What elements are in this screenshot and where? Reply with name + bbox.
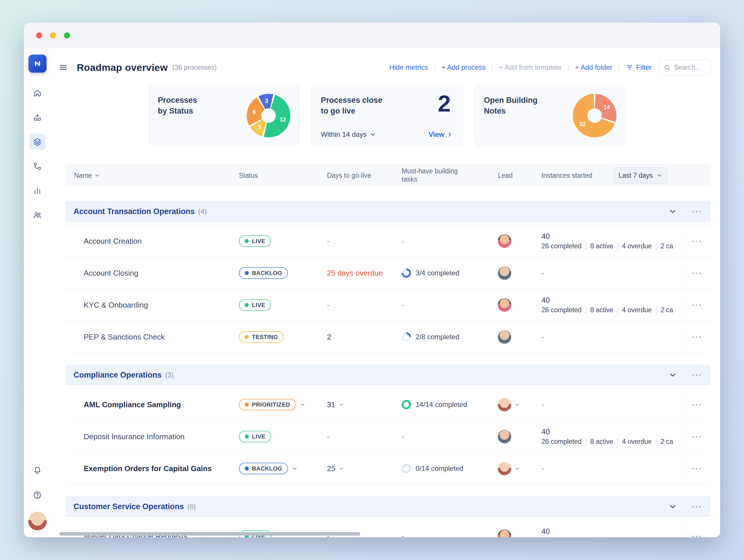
header-actions: Hide metrics | + Add process | + Add fro… [389,59,711,75]
lead-avatar[interactable] [498,234,511,248]
lead-avatar[interactable] [498,430,511,443]
group-menu-button[interactable]: ⋯ [691,501,702,512]
status-badge[interactable]: BACKLOG [239,463,288,474]
row-menu-button[interactable]: ⋯ [691,463,702,474]
filter-icon [626,64,633,71]
lead-avatar[interactable] [498,462,511,475]
view-link[interactable]: View [429,130,453,138]
instances-range-dropdown[interactable]: Last 7 days [613,167,668,184]
app-logo[interactable] [29,54,46,73]
column-days-to-golive[interactable]: Days to go-live [327,172,402,179]
row-menu-button[interactable]: ⋯ [691,236,702,246]
row-menu-button[interactable]: ⋯ [691,399,702,410]
process-name[interactable]: Deposit Insurance Information [65,432,239,441]
status-badge[interactable]: LIVE [239,431,271,442]
actions-cell: ⋯ [682,389,711,421]
workflow-icon [33,162,42,171]
column-lead[interactable]: Lead [498,172,542,179]
collapse-group-icon[interactable] [668,502,677,511]
menu-toggle-button[interactable] [59,63,68,72]
metric-card-processes-by-status[interactable]: Processes by Status 31236 [148,85,300,146]
lead-cell [498,462,542,475]
row-menu-button[interactable]: ⋯ [691,300,702,310]
lead-avatar[interactable] [498,529,511,537]
lead-avatar[interactable] [498,398,511,411]
process-row[interactable]: PEP & Sanctions Check TESTING 2 2/8 comp… [65,321,711,353]
column-building-tasks[interactable]: Must-have building tasks [402,167,498,183]
lead-cell [498,398,542,411]
notifications-button[interactable] [29,462,46,478]
zoom-window-button[interactable] [64,32,70,38]
filter-button[interactable]: Filter [626,63,652,72]
group-header[interactable]: Account Transaction Operations (4) ⋯ [65,201,711,222]
process-row[interactable]: Deposit Insurance Information LIVE - - 4… [65,421,711,452]
search-input[interactable] [659,59,711,75]
process-name[interactable]: KYC & Onboarding [65,301,239,310]
minimize-window-button[interactable] [50,32,56,38]
process-name[interactable]: Account Creation [65,237,239,246]
collapse-group-icon[interactable] [668,371,677,379]
sidebar-item-home[interactable] [29,85,46,101]
metric-card-close-to-golive[interactable]: Processes close to go live 2 Within 14 d… [311,85,463,146]
process-row[interactable]: KYC & Onboarding LIVE - - 40 26 complete… [65,289,711,321]
add-process-button[interactable]: + Add process [442,63,486,72]
row-menu-button[interactable]: ⋯ [691,268,702,278]
row-menu-button[interactable]: ⋯ [691,332,702,342]
donut-hole [261,108,276,123]
actions-cell: ⋯ [682,452,711,484]
sidebar-item-workflows[interactable] [29,158,46,174]
lead-avatar[interactable] [498,266,511,280]
within-days-dropdown[interactable]: Within 14 days [321,130,376,138]
card-title: Processes close to go live [321,95,453,117]
row-menu-button[interactable]: ⋯ [691,531,702,537]
status-badge[interactable]: PRIORITIZED [239,399,296,410]
column-name[interactable]: Name [65,172,239,179]
process-row[interactable]: Account Closing BACKLOG 25 days overdue … [65,257,711,289]
process-name[interactable]: AML Compliance Sampling [65,400,239,409]
sidebar-item-processes[interactable] [29,133,46,150]
days-to-golive-cell: - [327,432,402,441]
sidebar-item-reports[interactable] [29,183,46,199]
process-name[interactable]: Exemption Orders for Capital Gains [65,464,239,473]
process-row[interactable]: Exemption Orders for Capital Gains BACKL… [65,452,711,484]
lead-cell [498,266,542,280]
status-badge[interactable]: TESTING [239,331,284,343]
group-name: Compliance Operations [74,371,161,379]
add-from-template-button[interactable]: + Add from template [499,63,561,72]
hide-metrics-button[interactable]: Hide metrics [389,63,428,72]
group-menu-button[interactable]: ⋯ [691,370,702,380]
help-button[interactable] [29,487,46,503]
group-rows: AML Compliance Sampling PRIORITIZED 31 1… [65,388,711,484]
metric-card-open-building-notes[interactable]: Open Building Notes 1432 [474,85,626,146]
search-field[interactable] [673,63,705,72]
user-avatar[interactable] [28,512,47,530]
status-badge[interactable]: BACKLOG [239,267,288,279]
tasks-progress-label: 3/4 completed [416,269,459,277]
process-name[interactable]: Account Closing [65,269,239,278]
days-to-golive-cell: - [327,301,402,310]
sidebar-item-inbox[interactable] [29,109,46,125]
building-tasks-cell: - [402,237,498,245]
group-header[interactable]: Customer Service Operations (6) ⋯ [65,496,711,517]
horizontal-scrollbar[interactable] [59,532,360,535]
column-status[interactable]: Status [239,172,327,179]
collapse-group-icon[interactable] [668,207,677,216]
status-dot [245,435,249,439]
sidebar-item-team[interactable] [29,207,46,223]
status-badge[interactable]: LIVE [239,235,271,247]
group-menu-button[interactable]: ⋯ [691,206,702,217]
status-badge[interactable]: LIVE [239,299,271,311]
group-header[interactable]: Compliance Operations (3) ⋯ [65,364,711,386]
days-to-golive-cell: 25 [327,464,402,473]
process-row[interactable]: Account Creation LIVE - - 40 26 complete… [65,225,711,257]
lead-avatar[interactable] [498,298,511,312]
row-menu-button[interactable]: ⋯ [691,431,702,442]
donut-segment-label: 3 [258,124,261,131]
separator: | [434,64,436,71]
hamburger-icon [59,63,68,72]
add-folder-button[interactable]: + Add folder [575,63,612,72]
close-window-button[interactable] [36,32,42,38]
process-name[interactable]: PEP & Sanctions Check [65,332,239,342]
lead-avatar[interactable] [498,330,511,344]
process-row[interactable]: AML Compliance Sampling PRIORITIZED 31 1… [65,389,711,421]
